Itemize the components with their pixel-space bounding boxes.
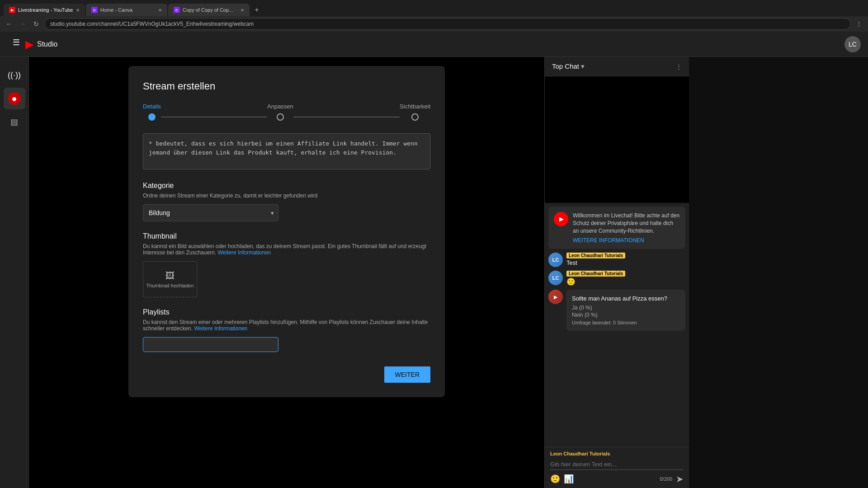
- chat-avatar-1: LC: [548, 253, 563, 267]
- step-anpassen: Anpassen: [267, 103, 293, 121]
- chat-text-input[interactable]: [550, 459, 684, 470]
- yt-logo: ▶ Studio: [25, 38, 57, 51]
- hamburger-menu[interactable]: ☰: [7, 33, 25, 52]
- progress-steps: Details Anpassen: [143, 103, 430, 121]
- poll-message-wrapper: ▶ Sollte man Ananas auf Pizza essen? Ja …: [548, 290, 685, 331]
- chat-msg-content-2: Leon Chaudhari Tutorials 🙂: [566, 271, 685, 286]
- address-bar[interactable]: studio.youtube.com/channel/UC1a5FWVnOgUk…: [44, 18, 851, 30]
- chat-msg-content-1: Leon Chaudhari Tutorials Test: [566, 253, 685, 266]
- chat-user-label: Leon Chaudhari Tutorials: [550, 451, 684, 456]
- form-actions: WEITER: [143, 363, 430, 383]
- preview-area: Stream erstellen Details Anp: [29, 57, 544, 488]
- step-details-label: Details: [143, 103, 161, 110]
- playlist-input[interactable]: [143, 337, 278, 352]
- content-area: Stream erstellen Details Anp: [29, 57, 868, 488]
- step-details-dot: [148, 113, 156, 121]
- browser-nav: ← → ↻ studio.youtube.com/channel/UC1a5FW…: [0, 16, 868, 32]
- chat-msg-text-2: 🙂: [566, 277, 685, 286]
- poll-button[interactable]: 📊: [564, 474, 574, 484]
- chat-input-actions: 🙂 📊: [550, 474, 574, 484]
- upload-icon: 🖼: [165, 271, 175, 281]
- user-badge-2: Leon Chaudhari Tutorials: [566, 271, 625, 277]
- send-button[interactable]: ➤: [676, 474, 684, 484]
- tab-copy[interactable]: C Copy of Copy of Cop... ✕: [168, 4, 250, 16]
- yt-logo-text: Studio: [37, 40, 57, 48]
- step-sichtbarkeit-dot: [411, 113, 419, 121]
- thumbnail-upload-area[interactable]: 🖼 Thumbnail hochladen: [143, 261, 197, 297]
- welcome-link[interactable]: WEITERE INFORMATIONEN: [573, 237, 680, 244]
- chat-title: Top Chat ▾: [552, 62, 672, 70]
- browser-tabs: ▶ Livestreaming - YouTube ✕ C Home - Can…: [0, 0, 868, 16]
- thumbnail-info-link[interactable]: Weitere Informationen: [217, 249, 271, 256]
- chat-message-1: LC Leon Chaudhari Tutorials Test: [548, 253, 685, 267]
- form-title: Stream erstellen: [143, 80, 430, 92]
- step-anpassen-dot: [277, 113, 284, 121]
- new-tab-button[interactable]: +: [250, 4, 263, 16]
- tab-title-copy: Copy of Copy of Cop...: [183, 7, 238, 13]
- chat-panel: Top Chat ▾ ⋮ ▶: [544, 57, 689, 488]
- yt-welcome-icon: ▶: [554, 212, 568, 226]
- step-details: Details: [143, 103, 161, 121]
- user-avatar[interactable]: LC: [844, 36, 861, 52]
- poll-option-1: Ja (0 %): [572, 305, 680, 311]
- welcome-text: Willkommen im Livechat! Bitte achte auf …: [573, 212, 680, 235]
- tab-favicon-copy: C: [174, 7, 180, 13]
- sidebar-item-record[interactable]: ●: [4, 88, 25, 109]
- tab-close-copy[interactable]: ✕: [241, 8, 244, 13]
- tab-livestreaming[interactable]: ▶ Livestreaming - YouTube ✕: [4, 4, 85, 16]
- poll-avatar: ▶: [548, 290, 563, 304]
- chat-messages: ▶ Willkommen im Livechat! Bitte achte au…: [545, 203, 689, 447]
- yt-logo-icon: ▶: [25, 38, 33, 51]
- category-title: Kategorie: [143, 182, 430, 190]
- thumbnail-section: Thumbnail Du kannst ein Bild auswählen o…: [143, 232, 430, 297]
- tab-close-livestreaming[interactable]: ✕: [76, 8, 80, 13]
- poll-votes: Umfrage beendet: 0 Stimmen: [572, 320, 680, 325]
- address-text: studio.youtube.com/channel/UC1a5FWVnOgUk…: [50, 21, 254, 27]
- playlist-desc: Du kannst den Stream einer oder mehreren…: [143, 319, 430, 332]
- chat-welcome-message: ▶ Willkommen im Livechat! Bitte achte au…: [548, 206, 685, 249]
- content-icon: ▤: [10, 117, 18, 127]
- chat-input-footer: 🙂 📊 0/200 ➤: [550, 474, 684, 484]
- step-line-1: [161, 117, 267, 117]
- description-textarea[interactable]: * bedeutet, dass es sich hierbei um eine…: [143, 133, 430, 169]
- back-button[interactable]: ←: [4, 19, 14, 29]
- poll-question: Sollte man Ananas auf Pizza essen?: [572, 295, 680, 302]
- chat-msg-header-1: Leon Chaudhari Tutorials: [566, 253, 685, 258]
- thumbnail-desc: Du kannst ein Bild auswählen oder hochla…: [143, 243, 430, 256]
- upload-label: Thumbnail hochladen: [146, 283, 193, 288]
- weiter-button[interactable]: WEITER: [384, 366, 430, 383]
- chat-message-2: LC Leon Chaudhari Tutorials 🙂: [548, 271, 685, 286]
- tab-canva[interactable]: C Home - Canva ✕: [86, 4, 167, 16]
- browser-chrome: ▶ Livestreaming - YouTube ✕ C Home - Can…: [0, 0, 868, 32]
- reload-button[interactable]: ↻: [31, 19, 42, 29]
- tab-close-canva[interactable]: ✕: [158, 8, 162, 13]
- step-sichtbarkeit: Sichtbarkeit: [400, 103, 430, 121]
- chat-more-icon[interactable]: ⋮: [676, 63, 682, 70]
- chat-avatar-2: LC: [548, 271, 563, 285]
- step-line-2: [293, 117, 400, 117]
- emoji-button[interactable]: 🙂: [550, 474, 560, 484]
- sidebar-item-content[interactable]: ▤: [4, 111, 25, 133]
- chat-input-area: Leon Chaudhari Tutorials 🙂 📊 0/200: [545, 447, 689, 488]
- extensions-button[interactable]: ⋮: [854, 19, 864, 29]
- step-sichtbarkeit-label: Sichtbarkeit: [400, 103, 430, 110]
- category-section: Kategorie Ordne deinen Stream einer Kate…: [143, 182, 430, 221]
- playlist-section: Playlists Du kannst den Stream einer ode…: [143, 308, 430, 352]
- forward-button[interactable]: →: [17, 19, 28, 29]
- stream-form: Stream erstellen Details Anp: [128, 66, 445, 397]
- chat-send-area: 0/200 ➤: [660, 474, 684, 484]
- chat-dropdown-arrow: ▾: [581, 62, 585, 70]
- step-anpassen-label: Anpassen: [267, 103, 293, 110]
- chat-preview-area: [545, 76, 689, 203]
- poll-message: Sollte man Ananas auf Pizza essen? Ja (0…: [566, 290, 685, 331]
- chat-msg-header-2: Leon Chaudhari Tutorials: [566, 271, 685, 277]
- category-select[interactable]: Bildung: [143, 204, 278, 221]
- user-initial: LC: [849, 41, 857, 48]
- sidebar-item-live[interactable]: ((·)): [4, 64, 25, 86]
- playlist-info-link[interactable]: Weitere Informationen: [194, 325, 247, 332]
- tab-favicon-canva: C: [91, 7, 98, 13]
- chat-header: Top Chat ▾ ⋮: [545, 57, 689, 76]
- preview-video: Stream erstellen Details Anp: [29, 57, 544, 488]
- category-select-wrapper: Bildung ▾: [143, 204, 278, 221]
- playlist-title: Playlists: [143, 308, 430, 316]
